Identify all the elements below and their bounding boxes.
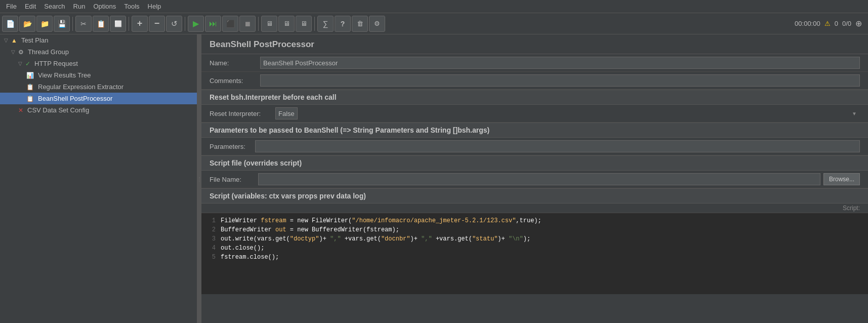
- file-name-row: File Name: Browse...: [201, 171, 868, 188]
- remove-button[interactable]: −: [149, 16, 165, 32]
- clear-button[interactable]: 🗑: [352, 16, 368, 32]
- sidebar-item-test-plan[interactable]: ▽ ▲ Test Plan: [0, 34, 197, 46]
- help-button[interactable]: ?: [335, 16, 351, 32]
- name-input[interactable]: [260, 57, 860, 69]
- menu-search[interactable]: Search: [40, 2, 69, 11]
- line-content-2: BufferedWriter out = new BufferedWriter(…: [221, 225, 864, 234]
- menu-run[interactable]: Run: [69, 2, 90, 11]
- start-no-pause-button[interactable]: ⏭: [205, 16, 221, 32]
- sidebar-item-beanshell-postprocessor[interactable]: 📋 BeanShell PostProcessor: [0, 93, 197, 104]
- section-reset-interpreter: Reset bsh.Interpreter before each call: [201, 90, 868, 105]
- browse-button[interactable]: Browse...: [823, 173, 860, 185]
- menu-edit[interactable]: Edit: [21, 2, 40, 11]
- parameters-input[interactable]: [255, 140, 860, 152]
- cut-button[interactable]: ✂: [75, 16, 92, 32]
- sidebar-item-http-request[interactable]: ▽ ✓ HTTP Request: [0, 58, 197, 69]
- resize-handle[interactable]: ⋮: [197, 34, 201, 323]
- comments-input[interactable]: [260, 74, 860, 87]
- sidebar-item-regex-extractor[interactable]: 📋 Regular Expression Extractor: [0, 81, 197, 93]
- menu-help[interactable]: Help: [144, 2, 166, 11]
- error-count: 0/0: [842, 20, 851, 27]
- open-templates-button[interactable]: 📂: [19, 16, 35, 32]
- sidebar: ▽ ▲ Test Plan ▽ ⚙ Thread Group ▽ ✓ HTTP …: [0, 34, 197, 323]
- csv-icon: ✕: [18, 107, 23, 114]
- parameters-label: Parameters:: [210, 143, 255, 150]
- copy-button[interactable]: 📋: [93, 16, 109, 32]
- test-plan-arrow: ▽: [4, 37, 8, 43]
- stop-button[interactable]: ⬛: [222, 16, 238, 32]
- sidebar-item-csv-data-set-config[interactable]: ✕ CSV Data Set Config: [0, 104, 197, 116]
- main-layout: ▽ ▲ Test Plan ▽ ⚙ Thread Group ▽ ✓ HTTP …: [0, 34, 868, 323]
- remote-start-button[interactable]: 🖥: [261, 16, 277, 32]
- comments-row: Comments:: [201, 72, 868, 90]
- line-content-4: out.close();: [221, 244, 864, 253]
- reset-interpreter-row: Reset Interpreter: False True: [201, 105, 868, 123]
- file-name-label: File Name:: [210, 176, 255, 183]
- script-line-5: 5 fstream.close();: [201, 253, 868, 262]
- line-num-4: 4: [205, 244, 216, 253]
- test-plan-icon: ▲: [11, 37, 17, 44]
- sidebar-item-thread-group[interactable]: ▽ ⚙ Thread Group: [0, 46, 197, 58]
- sidebar-item-label: View Results Tree: [38, 71, 91, 79]
- script-line-3: 3 out.write(vars.get("doctyp")+ "," +var…: [201, 234, 868, 244]
- http-request-arrow: ▽: [18, 61, 22, 66]
- parameters-row: Parameters:: [201, 138, 868, 155]
- menu-options[interactable]: Options: [89, 2, 120, 11]
- line-num-3: 3: [205, 234, 216, 244]
- save-button[interactable]: 💾: [54, 16, 70, 32]
- separator-5: [314, 17, 315, 31]
- sidebar-item-label: Test Plan: [21, 36, 48, 44]
- add-button[interactable]: +: [132, 16, 148, 32]
- view-results-icon: 📊: [26, 72, 34, 79]
- compass-icon: ⊕: [855, 19, 862, 28]
- script-label: Script:: [843, 205, 860, 212]
- remote-exit-button[interactable]: 🖥: [296, 16, 312, 32]
- line-num-5: 5: [205, 253, 216, 262]
- sidebar-item-label: Thread Group: [28, 48, 69, 56]
- function-helper-button[interactable]: ∑: [317, 16, 334, 32]
- content-panel: BeanShell PostProcessor Name: Comments: …: [201, 34, 868, 323]
- settings-button[interactable]: ⚙: [369, 16, 385, 32]
- script-line-4: 4 out.close();: [201, 244, 868, 253]
- line-num-1: 1: [205, 216, 216, 225]
- reset-interpreter-label: Reset Interpreter:: [210, 110, 275, 117]
- sidebar-item-label: Regular Expression Extractor: [38, 83, 123, 91]
- regex-icon: 📋: [26, 84, 34, 91]
- section-script: Script (variables: ctx vars props prev d…: [201, 188, 868, 204]
- separator-3: [185, 17, 185, 31]
- line-content-3: out.write(vars.get("doctyp")+ "," +vars.…: [221, 234, 864, 244]
- menu-tools[interactable]: Tools: [120, 2, 143, 11]
- shutdown-button[interactable]: ⏹: [239, 16, 256, 32]
- start-button[interactable]: ▶: [188, 16, 204, 32]
- reset-interpreter-select-wrapper: False True: [275, 107, 860, 119]
- menubar: File Edit Search Run Options Tools Help: [0, 0, 868, 13]
- toolbar-right: 00:00:00 ⚠ 0 0/0 ⊕: [795, 19, 866, 28]
- warning-count: 0: [835, 20, 838, 27]
- script-label-row: Script:: [201, 204, 868, 213]
- script-editor[interactable]: 1 FileWriter fstream = new FileWriter("/…: [201, 213, 868, 294]
- thread-group-icon: ⚙: [18, 49, 24, 56]
- menu-file[interactable]: File: [2, 2, 21, 11]
- comments-label: Comments:: [210, 77, 260, 85]
- paste-button[interactable]: ⬜: [110, 16, 126, 32]
- name-row: Name:: [201, 54, 868, 72]
- panel-title: BeanShell PostProcessor: [201, 34, 868, 54]
- file-name-input[interactable]: [258, 173, 820, 185]
- script-line-2: 2 BufferedWriter out = new BufferedWrite…: [201, 225, 868, 234]
- http-request-icon: ✓: [25, 60, 30, 67]
- thread-group-arrow: ▽: [11, 49, 15, 55]
- section-script-file: Script file (overrides script): [201, 155, 868, 171]
- new-button[interactable]: 📄: [2, 16, 18, 32]
- open-button[interactable]: 📁: [36, 16, 53, 32]
- script-line-1: 1 FileWriter fstream = new FileWriter("/…: [201, 216, 868, 225]
- beanshell-icon: 📋: [26, 95, 34, 102]
- separator-4: [258, 17, 259, 31]
- separator-1: [72, 17, 73, 31]
- name-label: Name:: [210, 59, 260, 67]
- remote-stop-button[interactable]: 🖥: [278, 16, 295, 32]
- sidebar-item-label: CSV Data Set Config: [27, 106, 89, 114]
- sidebar-item-view-results-tree[interactable]: 📊 View Results Tree: [0, 69, 197, 81]
- reset-interpreter-select[interactable]: False True: [275, 107, 298, 119]
- warning-icon: ⚠: [824, 20, 831, 27]
- reset-button[interactable]: ↺: [166, 16, 182, 32]
